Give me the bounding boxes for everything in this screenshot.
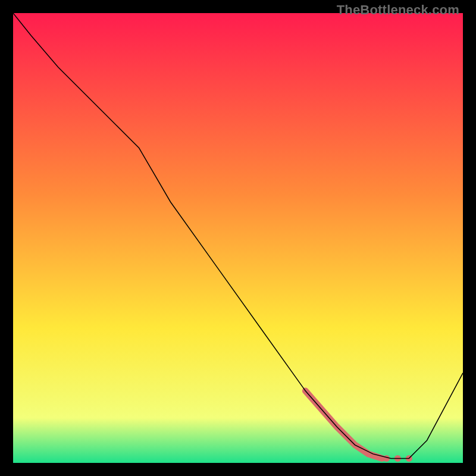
gradient-background xyxy=(13,13,463,463)
chart-svg xyxy=(13,13,463,463)
highlight-dot xyxy=(383,455,390,462)
plot-area xyxy=(13,13,463,463)
chart-frame: { "watermark": "TheBottleneck.com", "cha… xyxy=(0,0,476,476)
watermark-text: TheBottleneck.com xyxy=(337,2,459,18)
